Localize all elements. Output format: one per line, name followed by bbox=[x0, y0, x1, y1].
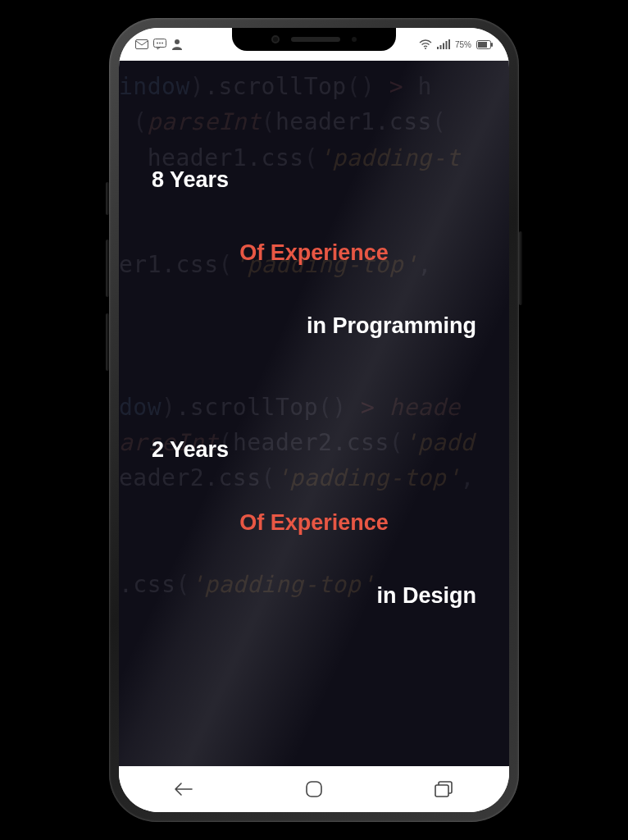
field-label: in Programming bbox=[152, 313, 476, 339]
svg-rect-14 bbox=[478, 42, 487, 48]
mail-icon bbox=[135, 39, 148, 49]
svg-rect-8 bbox=[439, 45, 441, 49]
phone-screen: 75% indow).scrollTop() > h (parseInt(hea… bbox=[119, 28, 509, 812]
svg-rect-10 bbox=[445, 41, 447, 49]
power-button bbox=[519, 231, 522, 305]
notch bbox=[232, 28, 396, 51]
home-button[interactable] bbox=[289, 776, 339, 802]
years-label: 2 Years bbox=[152, 437, 476, 463]
mute-switch bbox=[106, 182, 109, 215]
svg-rect-0 bbox=[136, 40, 148, 49]
years-label: 8 Years bbox=[152, 167, 476, 193]
field-label: in Design bbox=[152, 583, 476, 609]
svg-rect-17 bbox=[435, 785, 448, 797]
back-arrow-icon bbox=[173, 782, 194, 797]
volume-up-button bbox=[106, 240, 109, 297]
svg-point-6 bbox=[425, 48, 426, 49]
experience-label: Of Experience bbox=[152, 240, 476, 266]
earpiece-speaker bbox=[291, 37, 340, 42]
content-area[interactable]: indow).scrollTop() > h (parseInt(header1… bbox=[119, 61, 509, 766]
svg-rect-9 bbox=[443, 43, 444, 50]
person-icon bbox=[171, 39, 183, 50]
svg-rect-13 bbox=[491, 43, 493, 47]
experience-block-programming: 8 Years Of Experience in Programming bbox=[152, 167, 476, 339]
experience-label: Of Experience bbox=[152, 510, 476, 536]
sensor-dot-icon bbox=[352, 37, 357, 42]
signal-icon bbox=[437, 39, 450, 49]
status-left bbox=[134, 39, 183, 50]
front-camera-icon bbox=[271, 35, 280, 43]
svg-point-3 bbox=[159, 43, 161, 44]
chat-icon bbox=[153, 39, 166, 50]
svg-point-2 bbox=[157, 43, 158, 44]
status-right: 75% bbox=[419, 39, 494, 49]
wifi-icon bbox=[419, 39, 432, 49]
volume-down-button bbox=[106, 313, 109, 371]
back-button[interactable] bbox=[159, 776, 208, 802]
svg-point-5 bbox=[175, 39, 180, 44]
battery-percent: 75% bbox=[455, 40, 471, 49]
experience-blocks: 8 Years Of Experience in Programming 2 Y… bbox=[119, 61, 509, 740]
navigation-bar bbox=[119, 766, 509, 812]
experience-block-design: 2 Years Of Experience in Design bbox=[152, 437, 476, 609]
svg-rect-7 bbox=[437, 47, 439, 49]
recent-apps-icon bbox=[434, 780, 455, 798]
home-square-icon bbox=[304, 779, 324, 799]
svg-rect-11 bbox=[448, 39, 450, 49]
battery-icon bbox=[476, 40, 493, 49]
svg-point-4 bbox=[162, 43, 163, 44]
phone-frame: 75% indow).scrollTop() > h (parseInt(hea… bbox=[109, 18, 519, 822]
recent-apps-button[interactable] bbox=[420, 776, 469, 802]
svg-rect-15 bbox=[307, 782, 321, 797]
